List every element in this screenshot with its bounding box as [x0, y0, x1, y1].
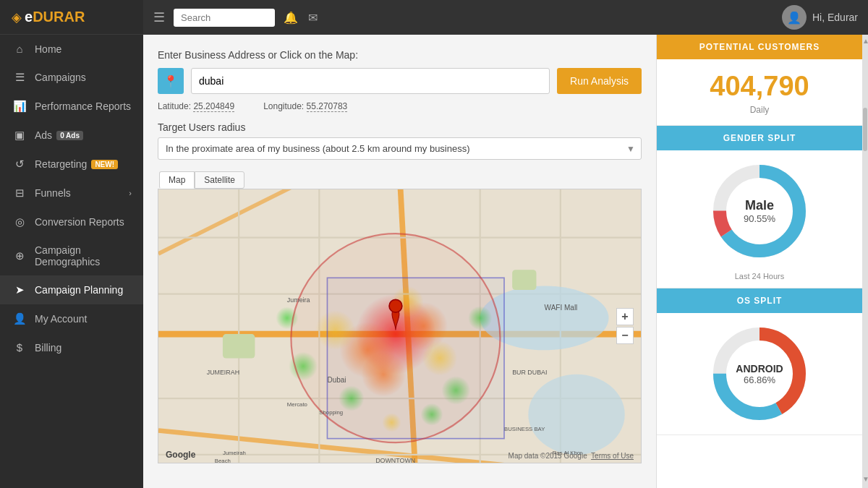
svg-text:BUR DUBAI: BUR DUBAI — [512, 369, 547, 376]
conversion-icon: ◎ — [12, 215, 27, 228]
svg-rect-16 — [512, 270, 536, 290]
map-zoom-in[interactable]: + — [616, 308, 634, 325]
sidebar-label-performance: Performance Reports — [35, 100, 131, 112]
retargeting-badge: NEW! — [91, 160, 118, 169]
gender-split-header: GENDER SPLIT — [657, 126, 862, 150]
sidebar-item-billing[interactable]: $ Billing — [0, 333, 143, 361]
right-panel: POTENTIAL CUSTOMERS 404,790 Daily GENDER… — [656, 35, 862, 488]
scroll-down-arrow[interactable]: ▼ — [862, 473, 868, 485]
map-google-logo: Google — [166, 450, 195, 460]
svg-text:Shopping: Shopping — [319, 409, 343, 416]
sidebar-label-campaigns: Campaigns — [35, 72, 86, 83]
campaigns-icon: ☰ — [12, 71, 27, 84]
longitude-label: Longitude: — [263, 101, 304, 111]
content-area: Enter Business Address or Click on the M… — [143, 35, 868, 488]
radius-label: Target Users radius — [158, 121, 642, 133]
sidebar-item-campaign-demographics[interactable]: ⊕ Campaign Demographics — [0, 236, 143, 275]
ads-icon: ▣ — [12, 129, 27, 142]
map-container[interactable]: WAFI Mall BUR DUBAI Jumeira Dubai JUMEIR… — [158, 189, 642, 463]
map-zoom-out[interactable]: − — [616, 327, 634, 344]
search-input[interactable] — [174, 9, 275, 27]
gender-donut-svg — [709, 160, 810, 262]
gender-last-label: Last 24 Hours — [657, 272, 862, 288]
map-svg: WAFI Mall BUR DUBAI Jumeira Dubai JUMEIR… — [158, 189, 641, 463]
hamburger-button[interactable]: ☰ — [153, 9, 165, 25]
potential-customers-number: 404,790 — [657, 59, 862, 105]
os-split-section: OS SPLIT ANDROID 66.86% — [657, 288, 862, 435]
sidebar-item-home[interactable]: ⌂ Home — [0, 35, 143, 63]
longitude-value: 55.270783 — [307, 101, 348, 112]
os-donut-chart: ANDROID 66.86% — [709, 323, 810, 424]
potential-customers-sub: Daily — [657, 105, 862, 125]
map-data-attribution: Map data ©2015 Google Terms of Use — [509, 452, 634, 460]
potential-customers-header: POTENTIAL CUSTOMERS — [657, 35, 862, 59]
os-donut-svg — [709, 323, 810, 424]
planning-icon: ➤ — [12, 283, 27, 296]
sidebar-item-campaigns[interactable]: ☰ Campaigns — [0, 63, 143, 92]
os-split-header: OS SPLIT — [657, 288, 862, 313]
coords-row: Latitude: 25.204849 Longitude: 55.270783 — [158, 101, 642, 111]
performance-icon: 📊 — [12, 100, 27, 113]
svg-rect-15 — [223, 334, 255, 358]
user-greeting: Hi, Edurar — [812, 12, 858, 23]
sidebar-item-performance-reports[interactable]: 📊 Performance Reports — [0, 92, 143, 121]
sidebar-item-my-account[interactable]: 👤 My Account — [0, 304, 143, 333]
svg-text:Dubai: Dubai — [327, 376, 346, 384]
sidebar-item-ads[interactable]: ▣ Ads 0 Ads — [0, 121, 143, 150]
radius-select-wrap[interactable]: In the proximate area of my business (ab… — [158, 137, 642, 160]
sidebar-label-demographics: Campaign Demographics — [35, 244, 132, 267]
sidebar-label-account: My Account — [35, 313, 87, 325]
location-button[interactable]: 📍 — [158, 68, 184, 94]
bell-icon[interactable]: 🔔 — [284, 11, 298, 25]
gender-chart-area: Male 90.55% — [657, 150, 862, 272]
sidebar-label-billing: Billing — [35, 342, 61, 354]
svg-text:BUSINESS BAY: BUSINESS BAY — [504, 426, 545, 432]
account-icon: 👤 — [12, 312, 27, 325]
sidebar-label-conversion: Conversion Reports — [35, 216, 124, 228]
latitude-value: 25.204849 — [193, 101, 234, 112]
address-row: 📍 Run Analysis — [158, 68, 642, 94]
map-tab-satellite[interactable]: Satellite — [195, 171, 244, 189]
longitude-display: Longitude: 55.270783 — [263, 101, 347, 111]
map-controls: + − — [616, 308, 634, 344]
potential-customers-section: POTENTIAL CUSTOMERS 404,790 Daily — [657, 35, 862, 126]
main-panel: Enter Business Address or Click on the M… — [143, 35, 656, 488]
logo-brand: DURAR — [33, 9, 85, 25]
svg-text:Mercato: Mercato — [287, 401, 307, 408]
mail-icon[interactable]: ✉ — [308, 11, 318, 25]
topbar: ☰ 🔔 ✉ 👤 Hi, Edurar — [143, 0, 868, 35]
svg-text:WAFI Mall: WAFI Mall — [545, 304, 578, 312]
ads-badge: 0 Ads — [56, 131, 83, 140]
run-analysis-button[interactable]: Run Analysis — [557, 68, 642, 94]
main-wrapper: ☰ 🔔 ✉ 👤 Hi, Edurar Enter Business Addres… — [143, 0, 868, 488]
map-tab-map[interactable]: Map — [159, 171, 195, 189]
address-section-label: Enter Business Address or Click on the M… — [158, 49, 642, 61]
scroll-thumb[interactable] — [863, 108, 867, 151]
svg-point-14 — [528, 374, 624, 455]
sidebar-label-funnels: Funnels — [35, 187, 71, 199]
address-input[interactable] — [191, 68, 550, 94]
sidebar-item-funnels[interactable]: ⊟ Funnels › — [0, 179, 143, 207]
logo-text: eDURAR — [25, 9, 85, 25]
svg-text:DOWNTOWN: DOWNTOWN — [375, 457, 415, 463]
svg-text:Beach: Beach — [215, 458, 231, 463]
sidebar-item-conversion-reports[interactable]: ◎ Conversion Reports — [0, 207, 143, 236]
billing-icon: $ — [12, 341, 27, 354]
sidebar-label-retargeting: Retargeting — [35, 158, 87, 170]
sidebar-item-campaign-planning[interactable]: ➤ Campaign Planning — [0, 275, 143, 304]
scrollbar[interactable]: ▲ ▼ — [862, 35, 868, 488]
sidebar-label-ads: Ads — [35, 129, 52, 141]
logo-icon: ◈ — [12, 9, 22, 25]
radius-select[interactable]: In the proximate area of my business (ab… — [158, 138, 621, 159]
radius-arrow-icon: ▼ — [621, 144, 641, 154]
scroll-up-arrow[interactable]: ▲ — [862, 35, 868, 47]
gender-split-section: GENDER SPLIT — [657, 126, 862, 288]
sidebar-label-home: Home — [35, 43, 61, 55]
funnels-icon: ⊟ — [12, 187, 27, 200]
os-chart-area: ANDROID 66.86% — [657, 313, 862, 435]
gender-donut-chart: Male 90.55% — [709, 160, 810, 262]
svg-point-33 — [389, 299, 402, 312]
svg-text:JUMEIRAH: JUMEIRAH — [207, 369, 239, 376]
sidebar-item-retargeting[interactable]: ↺ Retargeting NEW! — [0, 150, 143, 179]
topbar-icons: 🔔 ✉ — [284, 11, 318, 25]
